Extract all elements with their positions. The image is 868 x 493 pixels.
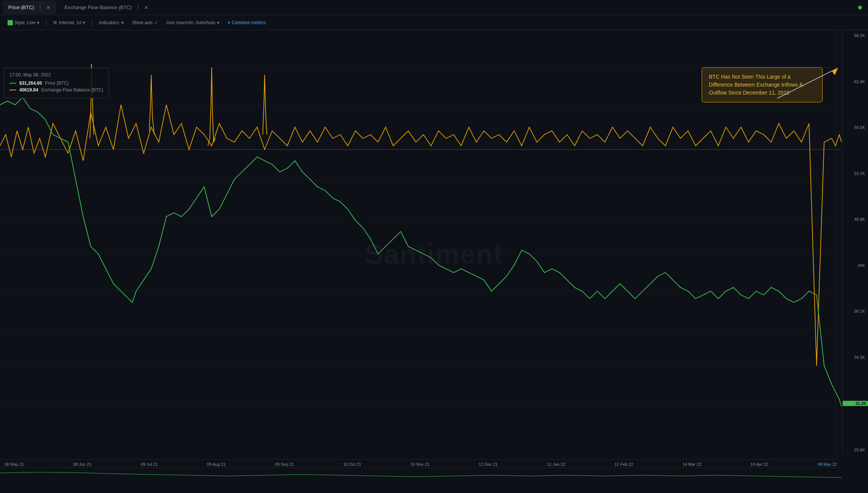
tooltip-line-gold: [9, 90, 16, 90]
y-axis-label-9: 29.6K: [843, 448, 868, 452]
y-axis-label-3: 53.7K: [843, 171, 868, 176]
tooltip-price-label: Price (BTC): [45, 81, 69, 86]
y-axis-label-8: 31.2K: [843, 401, 868, 406]
status-dot: [858, 6, 862, 9]
tab-price-close-icon[interactable]: ✕: [46, 5, 51, 11]
x-axis-label-7: 11 Dec 21: [479, 462, 498, 467]
indicators-selector[interactable]: Indicators: ▾: [96, 19, 127, 27]
axis-maxmin-selector[interactable]: Axis max/min: Auto/Auto ▾: [163, 19, 222, 27]
indicators-chevron-icon: ▾: [121, 20, 124, 25]
y-axis-label-1: 63.4K: [843, 79, 868, 84]
combine-metrics-button[interactable]: + Combine metrics: [225, 19, 269, 27]
toolbar-separator-1: |: [45, 19, 47, 26]
style-color-swatch: [8, 20, 13, 25]
x-axis-label-9: 11 Feb 22: [614, 462, 633, 467]
x-axis-label-6: 10 Nov 21: [411, 462, 429, 467]
combine-plus-icon: +: [228, 20, 230, 25]
x-axis-label-0: 08 May 21: [5, 462, 24, 467]
x-axis-label-8: 11 Jan 22: [547, 462, 565, 467]
tab-exchange-close-icon[interactable]: ✕: [144, 5, 149, 11]
combine-metrics-label: Combine metrics: [232, 20, 266, 25]
tab-divider: [57, 4, 58, 11]
y-axis-label-7: 34.3K: [843, 355, 868, 360]
tooltip-line-green: [9, 83, 16, 84]
axis-maxmin-chevron-icon: ▾: [217, 20, 219, 25]
x-axis-label-5: 10 Oct 21: [343, 462, 361, 467]
x-axis: 08 May 21 08 Jun 21 09 Jul 21 09 Aug 21 …: [0, 459, 842, 467]
y-axis-label-0: 68.2K: [843, 33, 868, 38]
interval-label: Interval: 1d: [59, 20, 81, 25]
interval-chevron-icon: ▾: [83, 20, 85, 25]
x-axis-label-10: 14 Mar 22: [682, 462, 701, 467]
mini-chart[interactable]: [0, 467, 842, 478]
tab-exchange-menu-icon[interactable]: ⋮: [135, 4, 141, 11]
indicators-label: Indicators:: [99, 20, 120, 25]
annotation-text: BTC Has Not Seen This Large of a Differe…: [709, 73, 815, 97]
y-axis-label-4: 48.8K: [843, 217, 868, 222]
x-axis-label-3: 09 Aug 21: [207, 462, 226, 467]
tab-price-btc-label: Price (BTC): [8, 5, 34, 10]
axis-maxmin-label: Axis max/min: Auto/Auto: [166, 20, 215, 25]
style-chevron-icon: ▾: [37, 20, 39, 25]
style-selector[interactable]: Style: Line ▾: [5, 19, 42, 27]
show-axis-check-icon: ✓: [154, 20, 158, 25]
y-axis-label-6: 39.1K: [843, 309, 868, 313]
toolbar-separator-2: |: [91, 19, 93, 26]
tooltip-date: 17:00, May 08, 2022: [9, 72, 103, 78]
tab-exchange-flow-btc[interactable]: Exchange Flow Balance (BTC) ⋮ ✕: [59, 1, 154, 14]
x-axis-label-12: 08 May 22: [818, 462, 837, 467]
tooltip-price-value: $31,264.60: [19, 81, 42, 86]
interval-grid-icon: ⊞: [53, 20, 57, 25]
show-axis-toggle[interactable]: Show axis ✓: [129, 19, 161, 27]
x-axis-label-4: 09 Sep 21: [275, 462, 294, 467]
style-label: Style: Line: [14, 20, 36, 25]
x-axis-label-1: 08 Jun 21: [73, 462, 91, 467]
x-axis-label-11: 14 Apr 22: [750, 462, 768, 467]
tooltip-exchange-value: 40619.84: [19, 87, 38, 93]
chart-tooltip: 17:00, May 08, 2022 $31,264.60 Price (BT…: [4, 68, 109, 98]
tab-bar: Price (BTC) ⋮ ✕ Exchange Flow Balance (B…: [0, 0, 868, 15]
tooltip-item-exchange: 40619.84 Exchange Flow Balance (BTC): [9, 87, 103, 93]
tab-exchange-flow-label: Exchange Flow Balance (BTC): [65, 5, 132, 10]
y-axis-label-5: 44K: [843, 263, 868, 268]
y-axis: 68.2K 63.4K 58.5K 53.7K 48.8K 44K 39.1K …: [842, 30, 868, 455]
toolbar: Style: Line ▾ | ⊞ Interval: 1d ▾ | Indic…: [0, 15, 868, 30]
show-axis-label: Show axis: [132, 20, 153, 25]
tooltip-item-price: $31,264.60 Price (BTC): [9, 81, 103, 86]
tooltip-exchange-label: Exchange Flow Balance (BTC): [41, 87, 103, 93]
chart-annotation: BTC Has Not Seen This Large of a Differe…: [702, 67, 823, 102]
interval-selector[interactable]: ⊞ Interval: 1d ▾: [50, 19, 88, 27]
mini-chart-svg: [0, 468, 842, 478]
y-axis-label-2: 58.5K: [843, 125, 868, 130]
tab-price-btc[interactable]: Price (BTC) ⋮ ✕: [3, 1, 56, 14]
chart-container: Santiment 17:00, May 08, 2022: [0, 30, 868, 478]
x-axis-label-2: 09 Jul 21: [141, 462, 158, 467]
tab-price-menu-icon[interactable]: ⋮: [37, 4, 43, 11]
